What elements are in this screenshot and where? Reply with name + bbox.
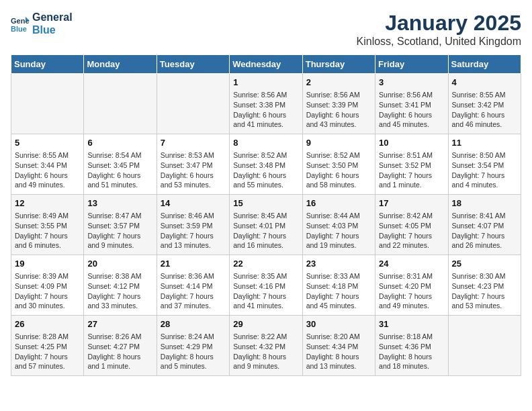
calendar-cell: 5Sunrise: 8:55 AMSunset: 3:44 PMDaylight… (11, 134, 84, 195)
logo-icon: General Blue (11, 14, 30, 33)
calendar-cell (448, 316, 521, 376)
day-number: 4 (452, 77, 517, 89)
day-info: Sunrise: 8:46 AMSunset: 3:59 PMDaylight:… (161, 211, 226, 250)
day-info: Sunrise: 8:50 AMSunset: 3:54 PMDaylight:… (452, 150, 517, 190)
day-number: 8 (233, 137, 298, 149)
day-info: Sunrise: 8:55 AMSunset: 3:44 PMDaylight:… (15, 150, 80, 190)
page-header: General Blue General Blue January 2025 K… (11, 11, 521, 48)
calendar-cell (11, 74, 84, 134)
day-number: 3 (379, 77, 444, 89)
calendar-title: January 2025 (357, 11, 521, 36)
calendar-cell: 16Sunrise: 8:44 AMSunset: 4:03 PMDayligh… (302, 195, 375, 255)
day-number: 29 (233, 318, 298, 330)
calendar-cell: 15Sunrise: 8:45 AMSunset: 4:01 PMDayligh… (230, 195, 302, 255)
logo-general: General (32, 11, 73, 24)
day-number: 28 (161, 318, 226, 330)
day-info: Sunrise: 8:56 AMSunset: 3:38 PMDaylight:… (233, 90, 298, 130)
calendar-cell: 1Sunrise: 8:56 AMSunset: 3:38 PMDaylight… (230, 74, 302, 134)
day-info: Sunrise: 8:22 AMSunset: 4:32 PMDaylight:… (233, 332, 298, 371)
calendar-cell: 23Sunrise: 8:33 AMSunset: 4:18 PMDayligh… (302, 255, 375, 316)
calendar-cell: 18Sunrise: 8:41 AMSunset: 4:07 PMDayligh… (448, 195, 521, 255)
day-info: Sunrise: 8:56 AMSunset: 3:41 PMDaylight:… (379, 90, 444, 130)
calendar-cell (157, 74, 229, 134)
day-number: 25 (452, 258, 517, 270)
day-header-wednesday: Wednesday (230, 55, 302, 74)
day-number: 31 (379, 318, 444, 330)
day-info: Sunrise: 8:28 AMSunset: 4:25 PMDaylight:… (15, 332, 80, 371)
day-info: Sunrise: 8:56 AMSunset: 3:39 PMDaylight:… (306, 90, 371, 130)
calendar-cell: 27Sunrise: 8:26 AMSunset: 4:27 PMDayligh… (84, 316, 157, 376)
day-number: 15 (233, 197, 298, 210)
day-number: 2 (306, 77, 371, 89)
logo: General Blue General Blue (11, 11, 73, 36)
day-header-tuesday: Tuesday (157, 55, 229, 74)
day-info: Sunrise: 8:45 AMSunset: 4:01 PMDaylight:… (233, 211, 298, 250)
day-number: 26 (15, 318, 80, 330)
calendar-cell: 3Sunrise: 8:56 AMSunset: 3:41 PMDaylight… (375, 74, 448, 134)
calendar-cell: 12Sunrise: 8:49 AMSunset: 3:55 PMDayligh… (11, 195, 84, 255)
calendar-cell: 13Sunrise: 8:47 AMSunset: 3:57 PMDayligh… (84, 195, 157, 255)
day-number: 18 (452, 197, 517, 210)
day-number: 24 (379, 258, 444, 270)
day-info: Sunrise: 8:31 AMSunset: 4:20 PMDaylight:… (379, 271, 444, 311)
day-number: 9 (306, 137, 371, 149)
calendar-cell: 19Sunrise: 8:39 AMSunset: 4:09 PMDayligh… (11, 255, 84, 316)
day-number: 14 (161, 197, 226, 210)
calendar-cell: 9Sunrise: 8:52 AMSunset: 3:50 PMDaylight… (302, 134, 375, 195)
day-number: 7 (161, 137, 226, 149)
day-header-saturday: Saturday (448, 55, 521, 74)
day-info: Sunrise: 8:35 AMSunset: 4:16 PMDaylight:… (233, 271, 298, 311)
day-info: Sunrise: 8:52 AMSunset: 3:48 PMDaylight:… (233, 150, 298, 190)
calendar-cell: 20Sunrise: 8:38 AMSunset: 4:12 PMDayligh… (84, 255, 157, 316)
calendar-cell: 4Sunrise: 8:55 AMSunset: 3:42 PMDaylight… (448, 74, 521, 134)
calendar-cell: 7Sunrise: 8:53 AMSunset: 3:47 PMDaylight… (157, 134, 229, 195)
day-number: 22 (233, 258, 298, 270)
day-info: Sunrise: 8:53 AMSunset: 3:47 PMDaylight:… (161, 150, 226, 190)
calendar-table: SundayMondayTuesdayWednesdayThursdayFrid… (11, 54, 521, 376)
calendar-week-5: 26Sunrise: 8:28 AMSunset: 4:25 PMDayligh… (11, 316, 521, 376)
calendar-cell: 21Sunrise: 8:36 AMSunset: 4:14 PMDayligh… (157, 255, 229, 316)
day-info: Sunrise: 8:42 AMSunset: 4:05 PMDaylight:… (379, 211, 444, 250)
day-info: Sunrise: 8:33 AMSunset: 4:18 PMDaylight:… (306, 271, 371, 311)
calendar-cell: 28Sunrise: 8:24 AMSunset: 4:29 PMDayligh… (157, 316, 229, 376)
calendar-cell: 10Sunrise: 8:51 AMSunset: 3:52 PMDayligh… (375, 134, 448, 195)
day-number: 11 (452, 137, 517, 149)
day-info: Sunrise: 8:54 AMSunset: 3:45 PMDaylight:… (87, 150, 152, 190)
day-info: Sunrise: 8:20 AMSunset: 4:34 PMDaylight:… (306, 332, 371, 371)
title-block: January 2025 Kinloss, Scotland, United K… (357, 11, 521, 48)
calendar-cell: 22Sunrise: 8:35 AMSunset: 4:16 PMDayligh… (230, 255, 302, 316)
calendar-cell: 14Sunrise: 8:46 AMSunset: 3:59 PMDayligh… (157, 195, 229, 255)
day-number: 30 (306, 318, 371, 330)
day-number: 17 (379, 197, 444, 210)
logo-blue: Blue (32, 24, 73, 36)
calendar-cell: 31Sunrise: 8:18 AMSunset: 4:36 PMDayligh… (375, 316, 448, 376)
day-info: Sunrise: 8:36 AMSunset: 4:14 PMDaylight:… (161, 271, 226, 311)
day-header-thursday: Thursday (302, 55, 375, 74)
day-info: Sunrise: 8:26 AMSunset: 4:27 PMDaylight:… (87, 332, 152, 371)
calendar-cell: 8Sunrise: 8:52 AMSunset: 3:48 PMDaylight… (230, 134, 302, 195)
calendar-cell: 29Sunrise: 8:22 AMSunset: 4:32 PMDayligh… (230, 316, 302, 376)
day-number: 10 (379, 137, 444, 149)
day-number: 27 (87, 318, 152, 330)
day-number: 13 (87, 197, 152, 210)
day-info: Sunrise: 8:44 AMSunset: 4:03 PMDaylight:… (306, 211, 371, 250)
day-number: 16 (306, 197, 371, 210)
calendar-subtitle: Kinloss, Scotland, United Kingdom (357, 36, 521, 48)
day-info: Sunrise: 8:18 AMSunset: 4:36 PMDaylight:… (379, 332, 444, 371)
day-info: Sunrise: 8:41 AMSunset: 4:07 PMDaylight:… (452, 211, 517, 250)
day-number: 21 (161, 258, 226, 270)
day-header-friday: Friday (375, 55, 448, 74)
day-number: 1 (233, 77, 298, 89)
day-header-sunday: Sunday (11, 55, 84, 74)
day-info: Sunrise: 8:24 AMSunset: 4:29 PMDaylight:… (161, 332, 226, 371)
day-info: Sunrise: 8:47 AMSunset: 3:57 PMDaylight:… (87, 211, 152, 250)
day-number: 12 (15, 197, 80, 210)
day-info: Sunrise: 8:52 AMSunset: 3:50 PMDaylight:… (306, 150, 371, 190)
calendar-cell: 30Sunrise: 8:20 AMSunset: 4:34 PMDayligh… (302, 316, 375, 376)
day-info: Sunrise: 8:51 AMSunset: 3:52 PMDaylight:… (379, 150, 444, 190)
calendar-cell: 17Sunrise: 8:42 AMSunset: 4:05 PMDayligh… (375, 195, 448, 255)
calendar-cell: 6Sunrise: 8:54 AMSunset: 3:45 PMDaylight… (84, 134, 157, 195)
svg-text:Blue: Blue (11, 25, 27, 33)
day-info: Sunrise: 8:38 AMSunset: 4:12 PMDaylight:… (87, 271, 152, 311)
calendar-cell: 25Sunrise: 8:30 AMSunset: 4:23 PMDayligh… (448, 255, 521, 316)
